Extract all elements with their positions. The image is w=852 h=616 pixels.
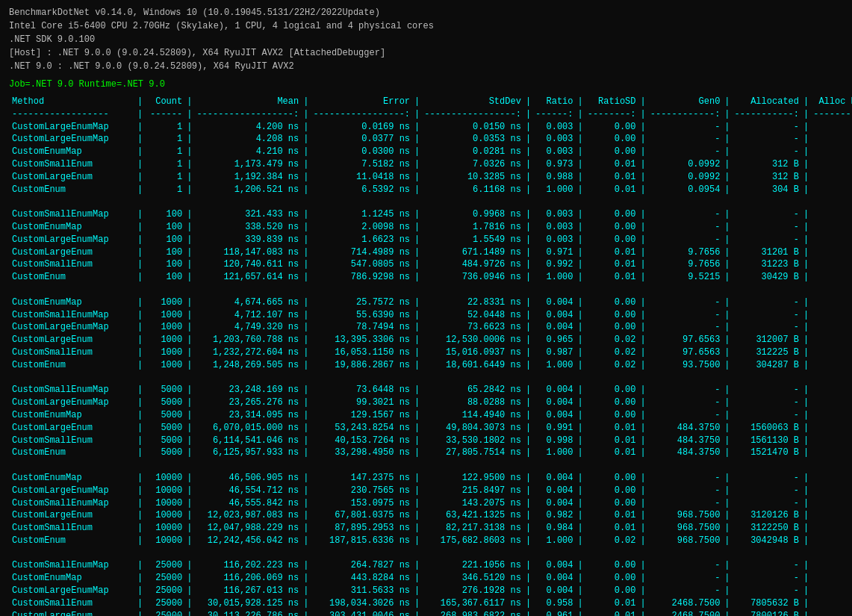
pipe: | xyxy=(302,610,310,616)
table-row: CustomLargeEnumMap | 100 | 339.839 ns | … xyxy=(9,234,852,246)
pipe: | xyxy=(413,158,421,171)
pipe: | xyxy=(723,559,731,572)
pipe: | xyxy=(185,535,193,547)
cell-stddev: 484.9726 ns xyxy=(421,258,524,271)
pipe: | xyxy=(185,96,193,108)
table-row: CustomSmallEnumMap | 10000 | 46,555.842 … xyxy=(9,497,852,510)
cell-method: CustomSmallEnumMap xyxy=(9,559,136,572)
pipe: | xyxy=(185,158,193,171)
cell-ratio: 0.987 xyxy=(532,346,576,359)
cell-gen0: - xyxy=(647,559,724,572)
pipe: | xyxy=(413,246,421,259)
cell-gen0: 0.0992 xyxy=(647,158,724,171)
pipe: | xyxy=(802,221,810,234)
cell-error: 264.7827 ns xyxy=(310,559,413,572)
table-row: CustomEnumMap | 1000 | 4,674.665 ns | 25… xyxy=(9,296,852,309)
cell-stddev: 221.1056 ns xyxy=(421,559,524,572)
pipe: | xyxy=(413,296,421,309)
pipe: | xyxy=(185,585,193,597)
cell-method: CustomSmallEnumMap xyxy=(9,497,136,510)
cell-allocratio: 1.03 xyxy=(810,334,852,346)
cell-error: 73.6448 ns xyxy=(310,384,413,396)
pipe: | xyxy=(576,422,585,435)
pipe: | xyxy=(136,309,144,322)
cell-ratiosd: 0.00 xyxy=(585,146,639,158)
cell-ratiosd: 0.00 xyxy=(585,384,639,396)
pipe: | xyxy=(136,422,144,435)
cell-count: 5000 xyxy=(144,447,185,459)
cell-allocratio: 1.03 xyxy=(810,158,852,171)
cell-stddev: 65.2842 ns xyxy=(421,384,524,396)
pipe: | xyxy=(802,96,810,108)
pipe: | xyxy=(136,447,144,459)
cell-count: 1 xyxy=(144,146,185,158)
pipe: | xyxy=(524,309,532,322)
cell-error: 78.7494 ns xyxy=(310,321,413,334)
pipe: | xyxy=(639,409,647,422)
pipe: | xyxy=(723,396,731,409)
pipe: | xyxy=(302,346,310,359)
cell-method: CustomLargeEnum xyxy=(9,246,136,259)
pipe: | xyxy=(802,346,810,359)
cell-mean: 23,265.276 ns xyxy=(193,396,302,409)
cell-count: 1 xyxy=(144,158,185,171)
pipe: | xyxy=(185,396,193,409)
pipe: | xyxy=(185,447,193,459)
pipe: | xyxy=(524,409,532,422)
cell-ratiosd: 0.01 xyxy=(585,522,639,535)
cell-allocated: 7805632 B xyxy=(732,597,802,610)
cell-ratiosd: 0.01 xyxy=(585,171,639,184)
pipe: | xyxy=(576,158,585,171)
cell-error: 147.2375 ns xyxy=(310,472,413,485)
pipe: | xyxy=(185,146,193,158)
cell-error: 153.0975 ns xyxy=(310,497,413,510)
col-header-ratio: Ratio xyxy=(532,96,576,108)
cell-error: 19,886.2867 ns xyxy=(310,359,413,372)
cell-mean: 1,203,760.788 ns xyxy=(193,334,302,346)
pipe: | xyxy=(302,535,310,547)
pipe: | xyxy=(413,346,421,359)
pipe: | xyxy=(723,447,731,459)
pipe: | xyxy=(413,559,421,572)
pipe: | xyxy=(136,296,144,309)
pipe: | xyxy=(524,435,532,447)
table-row: CustomLargeEnumMap | 1 | 4.208 ns | 0.03… xyxy=(9,133,852,146)
pipe: | xyxy=(136,121,144,134)
pipe: | xyxy=(723,572,731,585)
pipe: | xyxy=(413,146,421,158)
pipe: | xyxy=(524,396,532,409)
cell-gen0: 97.6563 xyxy=(647,334,724,346)
cell-ratiosd: 0.01 xyxy=(585,435,639,447)
cell-gen0: 9.5215 xyxy=(647,271,724,284)
cell-ratiosd: 0.01 xyxy=(585,271,639,284)
cell-count: 1000 xyxy=(144,296,185,309)
pipe: | xyxy=(723,346,731,359)
pipe: | xyxy=(136,472,144,485)
pipe: | xyxy=(802,359,810,372)
header-line1: BenchmarkDotNet v0.14.0, Windows 10 (10.… xyxy=(9,6,843,19)
pipe: | xyxy=(524,485,532,497)
pipe: | xyxy=(802,234,810,246)
pipe: | xyxy=(136,497,144,510)
pipe: | xyxy=(524,509,532,522)
pipe: | xyxy=(185,334,193,346)
cell-ratio: 0.971 xyxy=(532,246,576,259)
pipe: | xyxy=(639,509,647,522)
cell-ratio: 0.984 xyxy=(532,522,576,535)
cell-count: 10000 xyxy=(144,472,185,485)
pipe: | xyxy=(723,472,731,485)
cell-ratiosd: 0.01 xyxy=(585,447,639,459)
table-row: CustomLargeEnumMap | 5000 | 23,265.276 n… xyxy=(9,396,852,409)
pipe: | xyxy=(802,246,810,259)
cell-mean: 12,023,987.083 ns xyxy=(193,509,302,522)
cell-error: 53,243.8254 ns xyxy=(310,422,413,435)
cell-ratiosd: 0.00 xyxy=(585,396,639,409)
pipe: | xyxy=(639,309,647,322)
pipe: | xyxy=(639,246,647,259)
pipe: | xyxy=(802,334,810,346)
table-row: CustomLargeEnum | 1 | 1,192.384 ns | 11.… xyxy=(9,171,852,184)
cell-ratiosd: 0.01 xyxy=(585,509,639,522)
table-row: CustomEnum | 1000 | 1,248,269.505 ns | 1… xyxy=(9,359,852,372)
sep-error: -----------------: xyxy=(310,108,413,121)
pipe: | xyxy=(524,121,532,134)
